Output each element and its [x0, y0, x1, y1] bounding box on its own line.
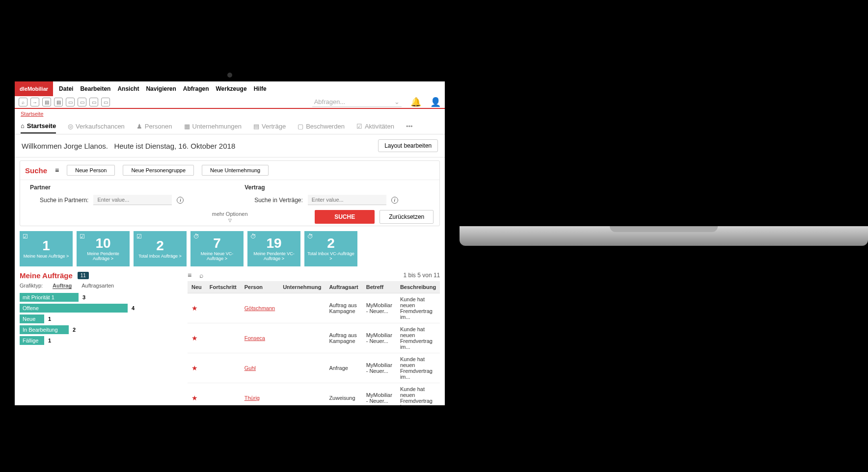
partner-search-input[interactable] [93, 195, 172, 205]
menu-werkzeuge[interactable]: Werkzeuge [216, 85, 246, 92]
hamburger-icon[interactable]: ≡ [188, 271, 191, 279]
breadcrumb-link[interactable]: Startseite [21, 111, 43, 117]
grafiktyp-auftrag[interactable]: Auftrag [53, 283, 72, 289]
bar-count: 4 [132, 305, 135, 311]
tile-label: Total Inbox Aufträge > [138, 254, 181, 259]
grafiktyp-auftragsarten[interactable]: Auftragsarten [81, 283, 114, 289]
info-icon[interactable]: i [177, 197, 184, 204]
column-header[interactable]: Neu [188, 281, 206, 293]
person-link[interactable]: Götschmann [244, 305, 275, 311]
tile-pendente-auftraege[interactable]: ☑10Meine Pendente Aufträge > [77, 231, 130, 266]
bar-row[interactable]: In Bearbeitung2 [20, 325, 182, 334]
more-icon: ••• [406, 123, 413, 130]
table-row[interactable]: ★ThürigZuweisungMyMobiliar - Neuer...Kun… [188, 383, 440, 406]
target-icon: ◎ [68, 123, 73, 130]
doc-icon[interactable]: ▤ [42, 98, 51, 106]
search-icon[interactable]: ⌕ [19, 98, 27, 106]
search-button[interactable]: SUCHE [315, 210, 375, 224]
bar-count: 2 [73, 327, 76, 333]
bar-row[interactable]: Neue1 [20, 315, 182, 323]
welcome-text: Willkommen Jorge Llanos. Heute ist Diens… [22, 142, 235, 150]
bar: mit Priorität 1 [20, 293, 79, 302]
tab-beschwerden[interactable]: ▢Beschwerden [298, 120, 345, 133]
search-icon[interactable]: ⌕ [199, 271, 203, 279]
tile-label: Meine Neue Aufträge > [24, 254, 69, 259]
bar-row[interactable]: Fällige1 [20, 336, 182, 345]
star-icon: ★ [191, 364, 198, 372]
info-icon[interactable]: i [391, 197, 398, 204]
welcome-date: Heute ist Dienstag, 16. Oktober 2018 [114, 142, 235, 150]
column-header[interactable]: Betreff [362, 281, 396, 293]
tile-total-inbox[interactable]: ☑2Total Inbox Aufträge > [134, 231, 187, 266]
tile-pendente-vc[interactable]: ⏱19Meine Pendente VC-Aufträge > [247, 231, 300, 266]
menu-abfragen[interactable]: Abfragen [183, 85, 209, 92]
tab-vertraege[interactable]: ▤Verträge [253, 120, 286, 133]
tab-personen[interactable]: ♟Personen [136, 120, 172, 133]
cell-art: Anfrage [325, 353, 362, 383]
menu-ansicht[interactable]: Ansicht [117, 85, 139, 92]
tile-total-vc[interactable]: ⏱2Total Inbox VC-Aufträge > [304, 231, 357, 266]
tile-number: 19 [266, 236, 281, 250]
menu-bearbeiten[interactable]: Bearbeiten [80, 85, 110, 92]
check-icon: ☑ [23, 233, 28, 240]
person-link[interactable]: Guhl [244, 365, 256, 371]
column-header[interactable]: Beschreibung [396, 281, 440, 293]
person-link[interactable]: Fonseca [244, 335, 265, 341]
partner-label: Partner [30, 184, 215, 191]
star-icon: ★ [191, 304, 198, 312]
new-group-button[interactable]: Neue Personengruppe [123, 165, 194, 176]
tab-unternehmungen[interactable]: ▦Unternehmungen [184, 120, 242, 133]
column-header[interactable]: Person [241, 281, 279, 293]
tile-number: 10 [95, 236, 110, 250]
tab-startseite[interactable]: ⌂Startseite [21, 119, 56, 133]
more-options[interactable]: mehr Optionen ▽ [212, 211, 248, 223]
bar: Neue [20, 315, 44, 323]
count-badge: 11 [78, 272, 89, 279]
tiles-row: ☑1Meine Neue Aufträge > ☑10Meine Pendent… [15, 229, 445, 268]
window1-icon[interactable]: ▭ [66, 98, 75, 106]
hamburger-icon[interactable]: ≡ [55, 166, 59, 174]
window2-icon[interactable]: ▭ [78, 98, 86, 106]
column-header[interactable]: Unternehmung [279, 281, 325, 293]
cell-besch: Kunde hat neuen Fremdvertrag im... [396, 383, 440, 406]
new-person-button[interactable]: Neue Person [67, 165, 115, 176]
bell-icon[interactable]: 🔔 [410, 97, 421, 107]
user-icon[interactable]: 👤 [430, 97, 441, 107]
table-row[interactable]: ★GuhlAnfrageMyMobiliar - Neuer...Kunde h… [188, 353, 440, 383]
tab-label: Personen [145, 123, 172, 130]
bar-count: 1 [48, 338, 51, 343]
table-row[interactable]: ★GötschmannAuftrag aus KampagneMyMobilia… [188, 293, 440, 323]
menu-items: Datei Bearbeiten Ansicht Navigieren Abfr… [53, 85, 272, 92]
table-row[interactable]: ★FonsecaAuftrag aus KampagneMyMobiliar -… [188, 323, 440, 353]
query-dropdown-label: Abfragen... [314, 98, 346, 105]
doc2-icon[interactable]: ▤ [54, 98, 63, 106]
chevron-down-icon: ⌄ [394, 98, 400, 105]
tab-aktivitaeten[interactable]: ☑Aktivitäten [356, 120, 394, 133]
menu-hilfe[interactable]: Hilfe [254, 85, 267, 92]
partner-search-label: Suche in Partnern: [40, 197, 88, 204]
tab-more[interactable]: ••• [406, 120, 413, 133]
bar-row[interactable]: mit Priorität 13 [20, 293, 182, 302]
window4-icon[interactable]: ▭ [101, 98, 110, 106]
tile-neue-auftraege[interactable]: ☑1Meine Neue Aufträge > [20, 231, 73, 266]
vertrag-search-input[interactable] [308, 195, 386, 205]
layout-edit-button[interactable]: Layout bearbeiten [378, 139, 438, 152]
column-header[interactable]: Auftragsart [325, 281, 362, 293]
tab-label: Verkaufschancen [76, 123, 125, 130]
reset-button[interactable]: Zurücksetzen [380, 210, 434, 224]
column-header[interactable]: Fortschritt [206, 281, 241, 293]
tile-number: 2 [327, 236, 335, 250]
tab-verkaufschancen[interactable]: ◎Verkaufschancen [68, 120, 125, 133]
check-icon: ☑ [136, 233, 142, 240]
person-link[interactable]: Thürig [244, 395, 260, 401]
menu-navigieren[interactable]: Navigieren [146, 85, 176, 92]
new-company-button[interactable]: Neue Unternehmung [202, 165, 269, 176]
tile-neue-vc[interactable]: ⏱7Meine Neue VC-Aufträge > [190, 231, 244, 266]
query-dropdown[interactable]: Abfragen... ⌄ [312, 97, 402, 107]
cell-betreff: MyMobiliar - Neuer... [362, 323, 396, 353]
menu-datei[interactable]: Datei [59, 85, 73, 92]
window3-icon[interactable]: ▭ [89, 98, 98, 106]
bar-row[interactable]: Offene4 [20, 304, 182, 313]
forward-icon[interactable]: → [30, 98, 39, 106]
home-icon: ⌂ [21, 122, 25, 130]
